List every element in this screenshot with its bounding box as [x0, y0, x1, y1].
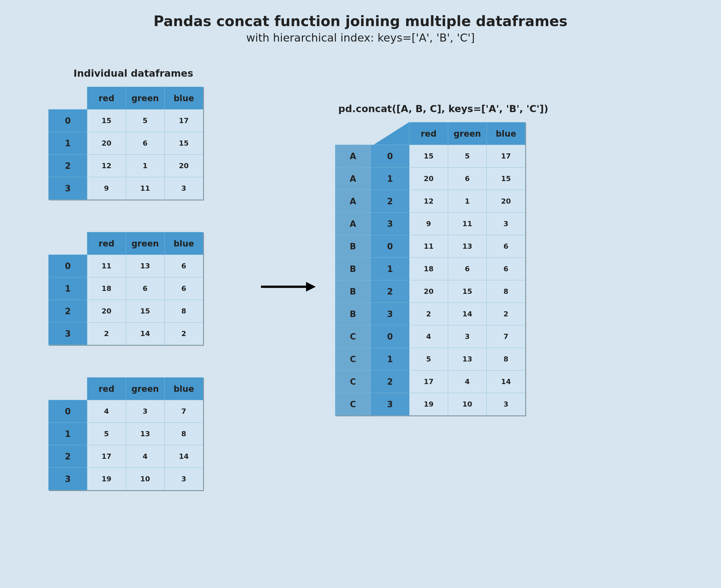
row-index: 1 [371, 258, 409, 280]
col-blue: blue [165, 87, 203, 109]
cell: 2 [487, 303, 526, 326]
cell: 17 [87, 445, 126, 468]
cell: 6 [165, 277, 203, 300]
row-index: 3 [371, 393, 409, 416]
cell: 5 [409, 348, 448, 371]
row-index: 0 [49, 255, 87, 277]
table-row: A 0 15 5 17 [335, 145, 526, 168]
cell: 13 [448, 348, 487, 371]
table-row: A 3 9 11 3 [335, 213, 526, 235]
cell: 8 [165, 300, 203, 322]
cell: 6 [487, 235, 526, 258]
row-index: 3 [49, 468, 87, 490]
cell: 11 [87, 255, 126, 277]
row-index: 3 [49, 322, 87, 345]
row-index: 1 [49, 132, 87, 155]
cell: 20 [165, 155, 203, 177]
cell: 6 [126, 132, 165, 155]
outer-key: C [335, 326, 371, 348]
cell: 3 [126, 400, 165, 423]
concat-table: red green blue A 0 15 5 17 A 1 20 6 15 A… [335, 122, 526, 416]
row-index: 0 [371, 326, 409, 348]
cell: 11 [448, 213, 487, 235]
arrow-icon [261, 280, 316, 293]
cell: 11 [409, 235, 448, 258]
cell: 11 [126, 177, 165, 200]
table-row: 3 9 11 3 [49, 177, 203, 200]
cell: 3 [487, 393, 526, 416]
cell: 12 [409, 190, 448, 213]
cell: 2 [87, 322, 126, 345]
row-index: 1 [49, 277, 87, 300]
row-index: 2 [371, 190, 409, 213]
cell: 20 [409, 168, 448, 190]
table-row: A 2 12 1 20 [335, 190, 526, 213]
cell: 2 [409, 303, 448, 326]
cell: 17 [409, 371, 448, 393]
cell: 3 [448, 326, 487, 348]
outer-key: C [335, 371, 371, 393]
row-index: 3 [49, 177, 87, 200]
cell: 4 [448, 371, 487, 393]
cell: 10 [126, 468, 165, 490]
cell: 19 [87, 468, 126, 490]
cell: 19 [409, 393, 448, 416]
table-row: 3 19 10 3 [49, 468, 203, 490]
row-index: 2 [371, 280, 409, 303]
cell: 13 [448, 235, 487, 258]
cell: 5 [448, 145, 487, 168]
table-row: 0 11 13 6 [49, 255, 203, 277]
outer-key: A [335, 213, 371, 235]
table-row: C 0 4 3 7 [335, 326, 526, 348]
row-index: 1 [49, 423, 87, 445]
cell: 15 [409, 145, 448, 168]
col-green: green [448, 122, 487, 145]
table-row: B 1 18 6 6 [335, 258, 526, 280]
cell: 18 [87, 277, 126, 300]
page-title: Pandas concat function joining multiple … [0, 0, 721, 29]
table-row: B 2 20 15 8 [335, 280, 526, 303]
right-heading: pd.concat([A, B, C], keys=['A', 'B', 'C'… [338, 103, 548, 114]
row-index: 1 [371, 348, 409, 371]
cell: 7 [487, 326, 526, 348]
row-index: 2 [371, 371, 409, 393]
table-row: A 1 20 6 15 [335, 168, 526, 190]
cell: 8 [165, 423, 203, 445]
table-row: 2 20 15 8 [49, 300, 203, 322]
row-index: 0 [49, 400, 87, 423]
cell: 5 [126, 109, 165, 132]
cell: 18 [409, 258, 448, 280]
dataframe-c: red green blue 0 4 3 7 1 5 13 8 2 17 4 1… [48, 377, 203, 490]
table-row: 0 4 3 7 [49, 400, 203, 423]
table-row: 0 15 5 17 [49, 109, 203, 132]
cell: 17 [487, 145, 526, 168]
cell: 8 [487, 280, 526, 303]
cell: 7 [165, 400, 203, 423]
table-row: C 3 19 10 3 [335, 393, 526, 416]
col-red: red [409, 122, 448, 145]
cell: 1 [448, 190, 487, 213]
cell: 14 [487, 371, 526, 393]
cell: 14 [448, 303, 487, 326]
cell: 4 [409, 326, 448, 348]
col-green: green [126, 232, 165, 255]
dataframe-a: red green blue 0 15 5 17 1 20 6 15 2 12 … [48, 87, 203, 200]
cell: 20 [409, 280, 448, 303]
outer-key: B [335, 235, 371, 258]
table-row: 1 18 6 6 [49, 277, 203, 300]
cell: 3 [487, 213, 526, 235]
corner [335, 122, 409, 145]
table-row: 2 12 1 20 [49, 155, 203, 177]
cell: 15 [87, 109, 126, 132]
cell: 6 [165, 255, 203, 277]
cell: 3 [165, 468, 203, 490]
row-index: 2 [49, 155, 87, 177]
cell: 2 [165, 322, 203, 345]
cell: 13 [126, 255, 165, 277]
right-panel: pd.concat([A, B, C], keys=['A', 'B', 'C'… [335, 103, 548, 416]
table-row: 2 17 4 14 [49, 445, 203, 468]
col-red: red [87, 87, 126, 109]
table-row: 3 2 14 2 [49, 322, 203, 345]
outer-key: A [335, 145, 371, 168]
cell: 10 [448, 393, 487, 416]
